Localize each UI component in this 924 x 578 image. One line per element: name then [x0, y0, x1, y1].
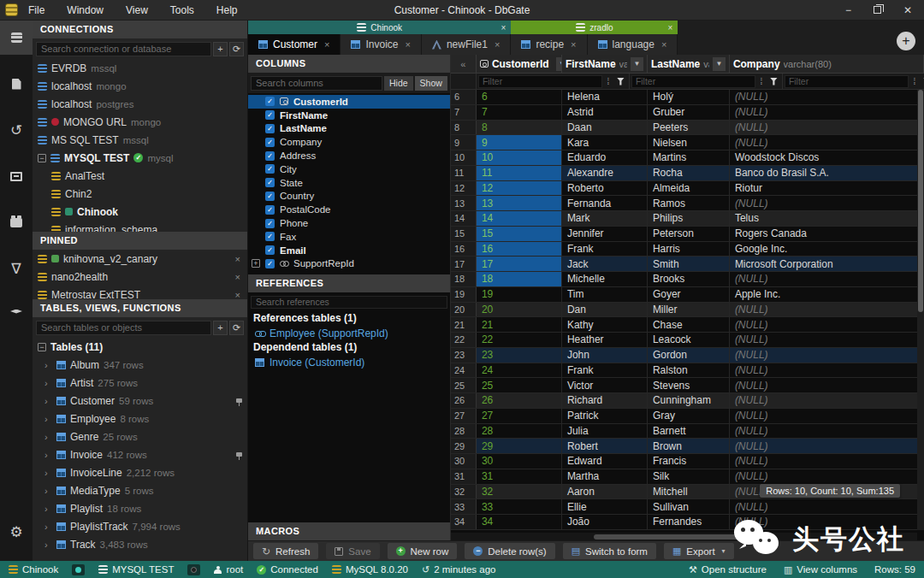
cell-firstname[interactable]: Michelle [562, 272, 648, 286]
connection-item[interactable]: AnalTest [33, 167, 247, 185]
cell-company[interactable]: (NULL) [730, 303, 924, 317]
close-group-icon[interactable]: × [668, 23, 673, 32]
column-item[interactable]: ✓FirstName [248, 109, 450, 122]
cell-company[interactable]: (NULL) [730, 363, 924, 378]
grid-column-header-customerid[interactable]: CustomerIdint▼ [477, 55, 562, 73]
table-item[interactable]: ›Genre25 rows [33, 428, 247, 445]
cell-firstname[interactable]: Alexandre [562, 166, 648, 180]
menu-view[interactable]: View [126, 4, 148, 16]
row-number[interactable]: 18 [451, 272, 477, 286]
column-item[interactable]: ✓Address [248, 149, 450, 162]
cell-company[interactable]: (NULL) [730, 135, 924, 150]
cell-customerid[interactable]: 14 [477, 211, 562, 226]
cell-lastname[interactable]: Almeida [648, 181, 730, 196]
cell-lastname[interactable]: Miller [648, 303, 730, 317]
cell-lastname[interactable]: Cunningham [648, 393, 730, 408]
cell-lastname[interactable]: Brown [648, 439, 730, 453]
databases-icon[interactable] [0, 21, 33, 55]
row-number[interactable]: 13 [451, 196, 477, 210]
cell-customerid[interactable]: 34 [477, 515, 562, 529]
row-number[interactable]: 26 [451, 393, 477, 408]
row-number[interactable]: 6 [451, 90, 477, 104]
cell-company[interactable]: Banco do Brasil S.A. [730, 166, 924, 180]
pinned-item[interactable]: knihovna_v2_canary× [33, 250, 247, 268]
cell-customerid[interactable]: 29 [477, 439, 562, 453]
filter-input[interactable] [785, 75, 909, 88]
expand-icon[interactable]: + [252, 259, 260, 268]
cell-lastname[interactable]: Rocha [648, 166, 730, 180]
column-dropdown-icon[interactable]: ▼ [631, 57, 643, 71]
cell-company[interactable]: (NULL) [730, 499, 924, 514]
cell-company[interactable]: (NULL) [730, 317, 924, 332]
cell-lastname[interactable]: Martins [648, 150, 730, 165]
cell-customerid[interactable]: 27 [477, 409, 562, 423]
tab-recipe[interactable]: recipe× [511, 34, 587, 55]
statusbar-chip-teal[interactable] [72, 564, 85, 575]
row-number[interactable]: 7 [451, 105, 477, 120]
table-item[interactable]: ›PlaylistTrack7,994 rows [33, 517, 247, 535]
filter-icon[interactable]: ∇ [0, 251, 33, 286]
cell-lastname[interactable]: Chase [648, 317, 730, 332]
cell-company[interactable]: (NULL) [730, 424, 924, 439]
row-number[interactable]: 23 [451, 348, 477, 363]
chevron-right-icon[interactable]: › [44, 432, 52, 442]
column-dropdown-icon[interactable]: ▼ [556, 57, 562, 71]
row-number[interactable]: 8 [451, 121, 477, 135]
hide-columns-button[interactable]: Hide [384, 76, 413, 91]
vertical-scrollbar-thumb[interactable] [918, 90, 923, 312]
table-item[interactable]: ›Invoice412 rows [33, 445, 247, 463]
column-checkbox[interactable]: ✓ [265, 245, 275, 255]
delete-row-s--button[interactable]: −Delete row(s) [465, 543, 554, 559]
filter-funnel-icon[interactable] [770, 78, 778, 86]
cell-customerid[interactable]: 24 [477, 363, 562, 378]
cell-lastname[interactable]: Philips [648, 211, 730, 226]
cell-firstname[interactable]: Astrid [562, 105, 648, 120]
cell-firstname[interactable]: Ellie [562, 499, 648, 514]
tab-invoice[interactable]: Invoice× [341, 34, 421, 55]
column-checkbox[interactable]: ✓ [265, 151, 275, 161]
collapse-icon[interactable]: − [38, 343, 46, 351]
cell-firstname[interactable]: Mark [562, 211, 648, 226]
cell-company[interactable]: (NULL) [730, 121, 924, 135]
cell-lastname[interactable]: Harris [648, 242, 730, 257]
tab-language[interactable]: language× [588, 34, 678, 55]
row-number[interactable]: 22 [451, 333, 477, 347]
cell-customerid[interactable]: 17 [477, 257, 562, 271]
cell-company[interactable]: (NULL) [730, 333, 924, 347]
tables-search-input[interactable] [36, 321, 211, 335]
column-item[interactable]: ✓Email [248, 244, 450, 257]
archive-icon[interactable] [0, 159, 33, 193]
cell-firstname[interactable]: Jack [562, 257, 648, 271]
filter-input[interactable] [478, 75, 602, 88]
cell-customerid[interactable]: 33 [477, 499, 562, 514]
cell-lastname[interactable]: Stevens [648, 378, 730, 392]
column-checkbox[interactable]: ✓ [265, 138, 275, 147]
tab-customer[interactable]: Customer× [248, 34, 341, 55]
refresh-button[interactable]: ↻Refresh [253, 543, 318, 559]
cell-lastname[interactable]: Goyer [648, 287, 730, 302]
chevron-right-icon[interactable]: › [44, 468, 52, 478]
row-number[interactable]: 9 [451, 135, 477, 150]
cell-customerid[interactable]: 6 [477, 90, 562, 104]
cell-firstname[interactable]: Victor [562, 378, 648, 392]
cell-company[interactable]: Apple Inc. [730, 287, 924, 302]
cell-company[interactable]: Woodstock Discos [730, 150, 924, 165]
pinned-item[interactable]: nano2health× [33, 268, 247, 286]
layers-icon[interactable] [0, 298, 33, 332]
cell-company[interactable]: Rogers Canada [730, 227, 924, 241]
close-group-icon[interactable]: × [501, 23, 506, 32]
cell-firstname[interactable]: Daan [562, 121, 648, 135]
row-number[interactable]: 15 [451, 227, 477, 241]
table-item[interactable]: ›InvoiceLine2,212 rows [33, 463, 247, 481]
tables-group-row[interactable]: −Tables (11) [33, 338, 247, 356]
chevron-right-icon[interactable]: › [44, 522, 52, 532]
add-table-button[interactable]: + [213, 321, 228, 335]
vertical-scrollbar[interactable] [917, 90, 924, 530]
show-columns-button[interactable]: Show [415, 76, 447, 91]
row-number[interactable]: 30 [451, 454, 477, 469]
cell-firstname[interactable]: Kara [562, 135, 648, 150]
cell-company[interactable]: (NULL) [730, 272, 924, 286]
column-item[interactable]: ✓PostalCode [248, 203, 450, 216]
cell-firstname[interactable]: Robert [562, 439, 648, 453]
filter-menu-icon[interactable]: ⁞ [910, 77, 919, 86]
